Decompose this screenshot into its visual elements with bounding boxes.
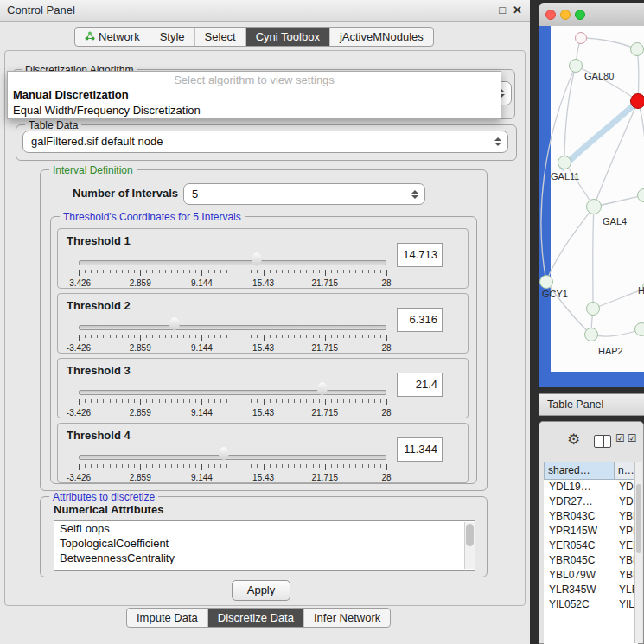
minimize-traffic-light[interactable]: [560, 10, 571, 20]
close-icon[interactable]: ✕: [513, 0, 522, 21]
tab-select[interactable]: Select: [194, 28, 245, 46]
gear-icon[interactable]: ⚙: [567, 430, 580, 449]
checkbox-icons[interactable]: ☑☑: [615, 432, 640, 444]
slider-track[interactable]: [79, 260, 386, 265]
tab-discretize-data[interactable]: Discretize Data: [207, 609, 303, 627]
attribute-list-item[interactable]: TopologicalCoefficient: [54, 536, 475, 551]
tick: [257, 270, 258, 273]
threshold-value-field[interactable]: 6.316: [397, 308, 443, 332]
tick: [140, 399, 141, 405]
tab-infer-network[interactable]: Infer Network: [303, 609, 390, 627]
tick: [146, 399, 147, 403]
table-row[interactable]: YDR27…YDR2…: [544, 494, 638, 509]
network-node-gal4[interactable]: [586, 199, 602, 214]
slider-track[interactable]: [79, 390, 386, 395]
tick: [337, 399, 338, 403]
tab-style[interactable]: Style: [150, 28, 194, 46]
apply-button[interactable]: Apply: [232, 580, 290, 601]
table-data-combo[interactable]: galFiltered.sif default node: [22, 131, 508, 153]
table-row[interactable]: YDL19…YDL1…: [544, 480, 638, 494]
tick: [220, 399, 221, 403]
tab-jactivemnodules[interactable]: jActiveMNodules: [329, 28, 433, 46]
tab-label: jActiveMNodules: [340, 28, 424, 46]
slider-track[interactable]: [79, 325, 386, 330]
network-node-gcy1[interactable]: [539, 275, 553, 289]
table-cell: YER054C: [544, 539, 615, 553]
table-row[interactable]: YBR045CYBR0…: [544, 553, 638, 568]
table-row[interactable]: YER054CYER0…: [544, 539, 638, 553]
algorithm-option[interactable]: Manual Discretization: [8, 87, 501, 103]
table-row[interactable]: YIL052CYIL0…: [544, 597, 638, 612]
attribute-list-item[interactable]: BetweennessCentrality: [54, 551, 475, 565]
tick: [233, 270, 233, 273]
network-node-hap2[interactable]: [584, 328, 598, 341]
numerical-attributes-list[interactable]: SelfLoopsTopologicalCoefficientBetweenne…: [54, 520, 475, 571]
attributes-scrollbar[interactable]: [464, 522, 475, 569]
number-of-intervals-combo[interactable]: 5: [183, 183, 425, 205]
tick: [85, 270, 86, 273]
algorithm-dropdown-popup: Select algorithm to view settings Manual…: [7, 71, 501, 119]
close-traffic-light[interactable]: [545, 10, 556, 20]
network-node-label: GAL4: [603, 216, 627, 226]
tick: [331, 464, 332, 468]
network-node[interactable]: [634, 322, 644, 336]
tick: [264, 464, 265, 470]
tick: [386, 270, 387, 276]
tick: [183, 270, 184, 273]
network-node-gal80[interactable]: [569, 59, 583, 73]
tick: [91, 270, 92, 273]
tick: [251, 399, 252, 403]
tick: [226, 399, 227, 403]
slider-track[interactable]: [79, 455, 386, 460]
network-node-label: GAL11: [551, 171, 579, 182]
scale-label: 2.859: [130, 473, 151, 482]
tick: [189, 464, 190, 468]
threshold-panel: Threshold 4 -3.4262.8599.14415.4321.7152…: [57, 423, 469, 483]
column-header-shared-name[interactable]: shared…: [544, 462, 615, 480]
network-node[interactable]: [630, 93, 644, 109]
tick: [276, 464, 277, 468]
tick: [239, 464, 239, 468]
tick: [97, 270, 98, 273]
columns-icon[interactable]: [594, 435, 611, 448]
tick: [294, 270, 295, 273]
table-scrollbar[interactable]: [634, 462, 642, 643]
tick: [319, 464, 320, 468]
tick: [349, 270, 350, 273]
tick: [288, 335, 289, 338]
tick: [288, 464, 289, 468]
threshold-panel: Threshold 2 -3.4262.8599.14415.4321.7152…: [57, 293, 469, 354]
tick: [270, 464, 271, 468]
tab-impute-data[interactable]: Impute Data: [127, 609, 207, 627]
table-row[interactable]: YBL079WYBL0…: [544, 568, 638, 583]
tick: [239, 399, 239, 403]
network-node[interactable]: [586, 302, 600, 316]
tick: [85, 464, 86, 468]
threshold-label: Threshold 3: [67, 364, 131, 377]
table-row[interactable]: YLR345WYLR3…: [544, 583, 638, 597]
tick: [171, 270, 172, 273]
scrollbar-thumb[interactable]: [466, 524, 474, 546]
tick: [251, 270, 252, 273]
network-node[interactable]: [575, 32, 587, 44]
threshold-value-field[interactable]: 14.713: [397, 243, 443, 267]
tick: [134, 399, 135, 403]
tick: [374, 464, 375, 468]
tab-cyni-toolbox[interactable]: Cyni Toolbox: [245, 28, 329, 46]
attribute-list-item[interactable]: SelfLoops: [54, 521, 475, 536]
threshold-value-field[interactable]: 11.344: [397, 437, 443, 462]
zoom-traffic-light[interactable]: [575, 10, 585, 20]
tick: [159, 464, 160, 468]
table-row[interactable]: YPR145WYPR1…: [544, 524, 638, 539]
restore-icon[interactable]: □: [499, 0, 506, 21]
network-node-gal11[interactable]: [558, 156, 571, 169]
network-view[interactable]: GAL80GAL11GAL4GCY1HHAP2: [539, 26, 644, 387]
scale-label: 28: [381, 473, 391, 482]
scrollbar-thumb[interactable]: [636, 484, 641, 553]
network-node[interactable]: [630, 42, 644, 56]
threshold-value-field[interactable]: 21.4: [397, 373, 443, 397]
tab-network[interactable]: Network: [75, 28, 150, 46]
algorithm-option[interactable]: Equal Width/Frequency Discretization: [8, 103, 501, 118]
table-cell: YBR043C: [544, 509, 615, 524]
table-row[interactable]: YBR043CYBR0…: [544, 509, 638, 524]
